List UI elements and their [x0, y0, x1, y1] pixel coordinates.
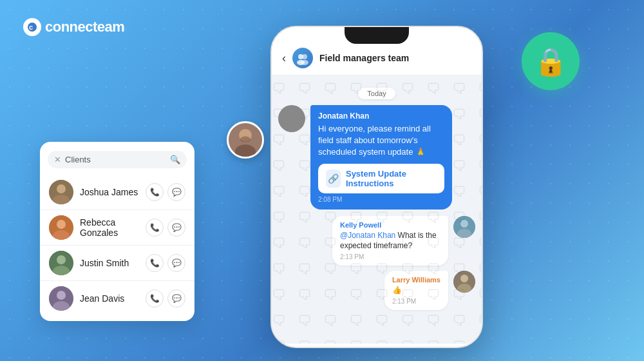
message-incoming: Kelly Powell @Jonatan Khan What is the e…	[278, 216, 475, 266]
message-text: @Jonatan Khan What is the expected timef…	[340, 230, 440, 252]
message-incoming: Larry Williams 👍 2:13 PM	[278, 271, 475, 310]
message-time: 2:13 PM	[340, 253, 440, 260]
call-button[interactable]: 📞	[146, 289, 164, 307]
phone-body[interactable]: Today Jonatan Khan Hi everyone, please r…	[272, 75, 482, 344]
logo-text: connecteam	[45, 19, 124, 35]
message-text: Hi everyone, please remind all field sta…	[318, 123, 444, 159]
search-bar[interactable]: ✕ Clients 🔍	[48, 151, 187, 168]
link-card[interactable]: 🔗 System Update Instructions	[318, 164, 444, 193]
search-icon[interactable]: 🔍	[170, 155, 180, 164]
message-bubble: Jonatan Khan Hi everyone, please remind …	[310, 105, 452, 210]
contact-name: Rebecca Gonzales	[80, 217, 139, 238]
svg-point-6	[57, 220, 66, 229]
search-label: Clients	[65, 155, 166, 164]
svg-text:c: c	[29, 23, 33, 31]
date-badge: Today	[278, 87, 475, 99]
channel-avatar	[292, 48, 313, 68]
svg-point-12	[57, 291, 66, 300]
phone-mockup: ‹ Field managers team Today Jonatan Kha	[270, 26, 483, 348]
avatar	[49, 180, 73, 204]
contact-panel: ✕ Clients 🔍 Joshua James 📞 💬 Rebecca	[40, 142, 194, 321]
message-button[interactable]: 💬	[167, 289, 185, 307]
svg-point-23	[460, 220, 468, 228]
back-button[interactable]: ‹	[282, 52, 286, 65]
svg-point-19	[302, 54, 307, 59]
avatar	[49, 251, 73, 275]
contact-name: Jean Davis	[80, 293, 139, 304]
svg-point-9	[57, 255, 66, 264]
message-text: 👍	[392, 285, 440, 296]
close-icon[interactable]: ✕	[54, 155, 61, 164]
contact-actions: 📞 💬	[146, 183, 185, 201]
phone-notch	[345, 27, 409, 44]
call-button[interactable]: 📞	[146, 254, 164, 272]
call-button[interactable]: 📞	[146, 183, 164, 201]
sender-name: Larry Williams	[392, 276, 440, 284]
contact-item[interactable]: Jean Davis 📞 💬	[40, 281, 194, 316]
logo-icon: c	[23, 18, 41, 36]
message-time: 2:08 PM	[318, 196, 444, 203]
message-button[interactable]: 💬	[167, 219, 185, 237]
mention: @Jonatan Khan	[340, 231, 395, 240]
svg-point-3	[57, 184, 66, 193]
call-button[interactable]: 📞	[146, 219, 164, 237]
contact-item[interactable]: Joshua James 📞 💬	[40, 175, 194, 210]
channel-name: Field managers team	[319, 53, 471, 63]
contact-actions: 📞 💬	[146, 254, 185, 272]
sender-avatar	[278, 105, 305, 132]
avatar	[453, 271, 475, 293]
svg-point-26	[460, 275, 468, 282]
contact-actions: 📞 💬	[146, 289, 185, 307]
message-bubble: Larry Williams 👍 2:13 PM	[384, 271, 448, 310]
contact-name: Justin Smith	[80, 258, 139, 268]
avatar	[49, 215, 73, 240]
sender-name: Jonatan Khan	[318, 112, 444, 121]
jonatan-avatar	[227, 121, 264, 159]
lock-circle: 🔒	[522, 32, 580, 90]
svg-point-17	[240, 137, 251, 142]
contact-actions: 📞 💬	[146, 219, 185, 237]
contact-item[interactable]: Justin Smith 📞 💬	[40, 246, 194, 281]
link-label: System Update Instructions	[346, 169, 437, 188]
avatar	[49, 286, 73, 311]
link-icon: 🔗	[326, 170, 341, 188]
avatar	[453, 216, 475, 238]
bubble-container: Jonatan Khan Hi everyone, please remind …	[310, 105, 452, 210]
message-outgoing: Jonatan Khan Hi everyone, please remind …	[278, 105, 475, 210]
sender-name: Kelly Powell	[340, 221, 440, 229]
svg-point-21	[301, 60, 308, 65]
lock-icon: 🔒	[534, 46, 567, 77]
message-button[interactable]: 💬	[167, 183, 185, 201]
logo: c connecteam	[23, 18, 124, 36]
message-time: 2:13 PM	[392, 298, 440, 305]
date-label: Today	[358, 88, 395, 99]
message-button[interactable]: 💬	[167, 254, 185, 272]
contact-name: Joshua James	[80, 187, 139, 197]
message-bubble: Kelly Powell @Jonatan Khan What is the e…	[332, 216, 448, 266]
contact-item[interactable]: Rebecca Gonzales 📞 💬	[40, 210, 194, 246]
